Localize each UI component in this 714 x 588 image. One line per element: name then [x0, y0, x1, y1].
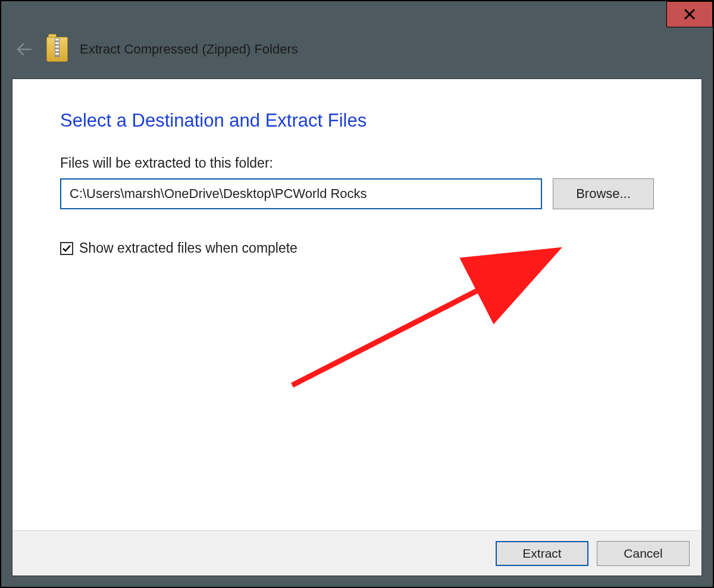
- page-heading: Select a Destination and Extract Files: [60, 110, 654, 131]
- svg-line-4: [292, 254, 548, 385]
- cancel-button[interactable]: Cancel: [597, 541, 690, 566]
- back-button[interactable]: [14, 39, 35, 59]
- annotation-arrow-icon: [274, 243, 572, 397]
- extract-button[interactable]: Extract: [496, 541, 588, 566]
- browse-button[interactable]: Browse...: [553, 178, 654, 209]
- close-button[interactable]: [666, 1, 713, 27]
- window-title: Extract Compressed (Zipped) Folders: [80, 42, 298, 57]
- close-icon: [684, 8, 696, 20]
- checkmark-icon: [62, 244, 71, 253]
- show-files-checkbox[interactable]: [60, 242, 73, 255]
- dialog-body: Select a Destination and Extract Files F…: [12, 79, 702, 530]
- destination-path-input[interactable]: [60, 178, 542, 209]
- dialog-window: Extract Compressed (Zipped) Folders Sele…: [0, 0, 714, 588]
- path-row: Browse...: [60, 178, 654, 209]
- back-arrow-icon: [15, 40, 34, 59]
- zip-folder-icon: [46, 37, 68, 62]
- show-files-checkbox-label: Show extracted files when complete: [79, 240, 298, 256]
- titlebar: Extract Compressed (Zipped) Folders: [14, 34, 700, 64]
- show-files-checkbox-row: Show extracted files when complete: [60, 240, 654, 256]
- dialog-footer: Extract Cancel: [12, 530, 702, 576]
- path-label: Files will be extracted to this folder:: [60, 155, 654, 171]
- content-panel: Select a Destination and Extract Files F…: [12, 78, 702, 576]
